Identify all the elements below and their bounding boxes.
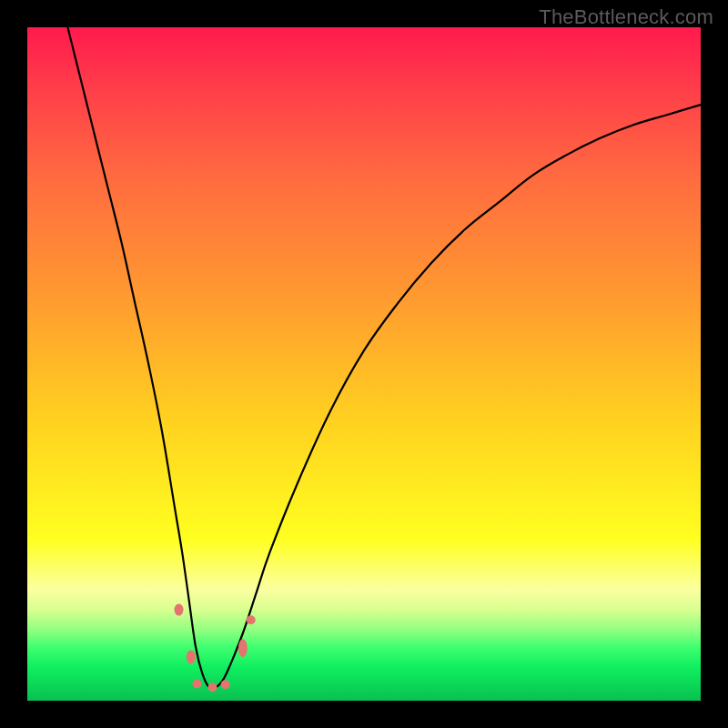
curve-marker [238,639,248,657]
watermark-text: TheBottleneck.com [539,5,713,29]
bottleneck-curve [67,27,701,689]
curve-marker [247,615,256,624]
curve-marker [208,682,217,692]
curve-markers [175,604,256,693]
curve-marker [175,604,184,616]
curve-marker [221,680,230,689]
plot-area [27,27,701,701]
curve-marker [187,650,196,663]
curve-marker [192,680,201,689]
bottleneck-curve-svg [27,27,701,701]
